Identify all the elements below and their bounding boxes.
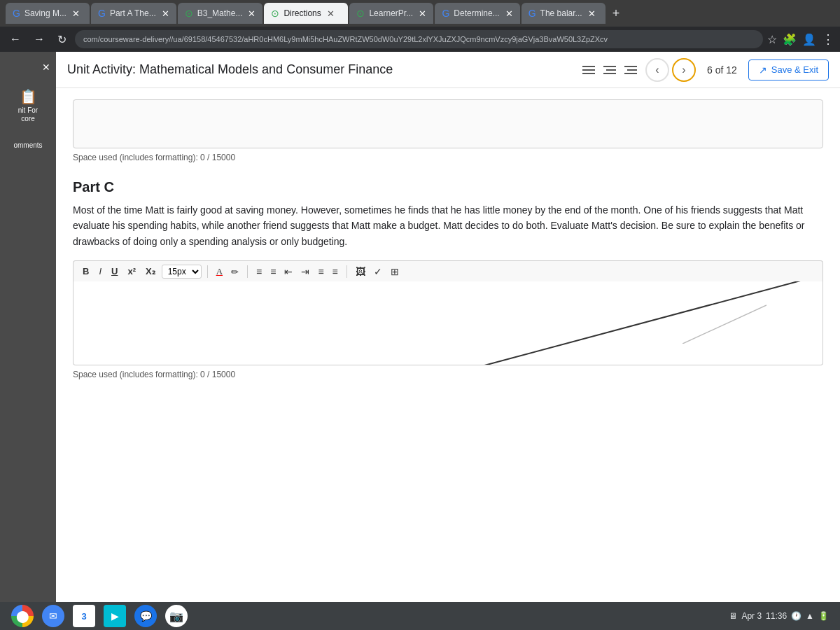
tab-directions[interactable]: ⊙ Directions ✕: [264, 3, 348, 24]
sidebar: ✕ 📋 nit For core omments: [0, 52, 56, 602]
underline-button[interactable]: U: [108, 265, 121, 278]
tab-close-balar[interactable]: ✕: [588, 8, 596, 19]
extensions-icon[interactable]: 🧩: [783, 33, 797, 46]
wifi-icon: ▲: [806, 611, 814, 621]
toolbar-sep-2: [247, 265, 248, 278]
align-icon-3[interactable]: [622, 63, 640, 77]
tab-close-determine[interactable]: ✕: [505, 8, 513, 19]
content-area: Unit Activity: Mathematical Models and C…: [56, 52, 840, 602]
tab-balar[interactable]: G The balar... ✕: [522, 3, 606, 24]
taskbar-meet[interactable]: ▶: [104, 605, 126, 627]
subscript-button[interactable]: X₂: [142, 265, 159, 278]
sidebar-item-unit[interactable]: 📋 nit For core: [0, 83, 56, 129]
more-icon[interactable]: ⋮: [822, 31, 834, 47]
sidebar-comments-label: omments: [3, 141, 53, 150]
align-icon-2[interactable]: [601, 63, 619, 77]
font-color-button[interactable]: A: [214, 264, 225, 279]
back-button[interactable]: ←: [6, 30, 25, 48]
save-exit-icon: ↗: [759, 64, 767, 76]
clock-icon: 🕐: [791, 611, 802, 621]
table-button[interactable]: ⊞: [388, 265, 402, 279]
toolbar-sep-1: [207, 265, 208, 278]
part-c-editor-content[interactable]: [73, 281, 823, 365]
browser-tabs: G Saving M... ✕ G Part A The... ✕ ⊙ B3_M…: [0, 0, 840, 27]
taskbar-date: Apr 3: [741, 611, 762, 621]
space-used-bottom: Space used (includes formatting): 0 / 15…: [73, 370, 823, 379]
align-left-button[interactable]: ≡: [315, 265, 326, 279]
page-count: 6 of 12: [707, 64, 737, 76]
taskbar-mail[interactable]: ✉: [42, 605, 64, 627]
sidebar-label-2: core: [3, 115, 53, 123]
part-c-question-text: Most of the time Matt is fairly good at …: [73, 202, 823, 249]
tab-close-directions[interactable]: ✕: [327, 8, 335, 19]
page-title: Unit Activity: Mathematical Models and C…: [67, 62, 574, 77]
part-c-editor: B I U x² X₂ 15px 12px 14px 18px: [73, 260, 823, 365]
font-size-select[interactable]: 15px 12px 14px 18px: [162, 265, 202, 279]
tab-close-parta[interactable]: ✕: [162, 8, 169, 19]
save-exit-button[interactable]: ↗ Save & Exit: [748, 59, 829, 80]
indent-less-button[interactable]: ⇤: [281, 265, 295, 279]
next-page-button[interactable]: ›: [672, 58, 696, 82]
superscript-button[interactable]: x²: [124, 265, 139, 278]
part-b-editor-area[interactable]: [73, 99, 823, 148]
tab-close-b3[interactable]: ✕: [248, 8, 255, 19]
part-b-editor-section: Space used (includes formatting): 0 / 15…: [73, 99, 823, 162]
nav-arrows: ‹ ›: [645, 58, 696, 82]
part-c-section: Part C Most of the time Matt is fairly g…: [73, 179, 823, 379]
content-header: Unit Activity: Mathematical Models and C…: [56, 52, 840, 88]
profile-icon[interactable]: 👤: [802, 33, 816, 46]
unit-icon: 📋: [3, 88, 53, 105]
align-icon-1[interactable]: [580, 63, 598, 77]
bookmark-icon[interactable]: ☆: [767, 33, 777, 46]
indent-more-button[interactable]: ⇥: [298, 265, 312, 279]
part-c-label: Part C: [73, 179, 823, 195]
image-button[interactable]: 🖼: [353, 265, 368, 279]
address-bar-row: ← → ↻ com/courseware-delivery//ua/69158/…: [0, 27, 840, 52]
svg-line-0: [682, 305, 766, 344]
reload-button[interactable]: ↻: [53, 30, 71, 49]
prev-page-button[interactable]: ‹: [645, 58, 669, 82]
sidebar-close-btn[interactable]: ✕: [36, 59, 56, 76]
check-button[interactable]: ✓: [371, 265, 385, 279]
taskbar-chrome[interactable]: ⬤: [11, 605, 34, 627]
new-tab-button[interactable]: +: [607, 6, 626, 21]
tab-close-saving[interactable]: ✕: [72, 8, 80, 19]
taskbar-status: 🖥 Apr 3 11:36 🕐 ▲ 🔋: [729, 611, 829, 621]
sidebar-item-comments[interactable]: omments: [0, 136, 56, 155]
main-area: ✕ 📋 nit For core omments Unit Activity: …: [0, 52, 840, 602]
sidebar-label-1: nit For: [3, 106, 53, 115]
tab-learner[interactable]: ⊙ LearnerPr... ✕: [349, 3, 433, 24]
tab-b3[interactable]: ⊙ B3_Mathe... ✕: [178, 3, 263, 24]
italic-button[interactable]: I: [95, 265, 105, 278]
header-alignment-icons: [580, 63, 640, 77]
taskbar-time: 11:36: [766, 611, 787, 621]
highlight-button[interactable]: ✏: [228, 265, 241, 279]
question-body: Space used (includes formatting): 0 / 15…: [56, 88, 840, 602]
battery-icon: 🔋: [818, 611, 829, 621]
tab-close-learner[interactable]: ✕: [419, 8, 426, 19]
align-center-button[interactable]: ≡: [330, 265, 341, 279]
bold-button[interactable]: B: [79, 265, 92, 278]
display-icon: 🖥: [729, 611, 737, 621]
tab-saving[interactable]: G Saving M... ✕: [6, 3, 90, 24]
taskbar: ⬤ ✉ 3 ▶ 💬 📷 🖥 Apr 3 11:36 🕐 ▲ 🔋: [0, 602, 840, 630]
unordered-list-button[interactable]: ≡: [267, 265, 279, 279]
tab-determine[interactable]: G Determine... ✕: [435, 3, 519, 24]
taskbar-calendar[interactable]: 3: [73, 605, 95, 627]
taskbar-photos[interactable]: 📷: [165, 605, 188, 627]
forward-button[interactable]: →: [29, 30, 49, 48]
address-bar[interactable]: com/courseware-delivery//ua/69158/454675…: [75, 30, 763, 48]
ordered-list-button[interactable]: ≡: [253, 265, 265, 279]
space-used-top: Space used (includes formatting): 0 / 15…: [73, 153, 823, 162]
toolbar-sep-3: [346, 265, 347, 278]
browser-toolbar-icons: ☆ 🧩 👤 ⋮: [767, 31, 834, 47]
taskbar-chat[interactable]: 💬: [134, 605, 157, 627]
editor-toolbar: B I U x² X₂ 15px 12px 14px 18px: [73, 260, 823, 281]
tab-parta[interactable]: G Part A The... ✕: [91, 3, 176, 24]
